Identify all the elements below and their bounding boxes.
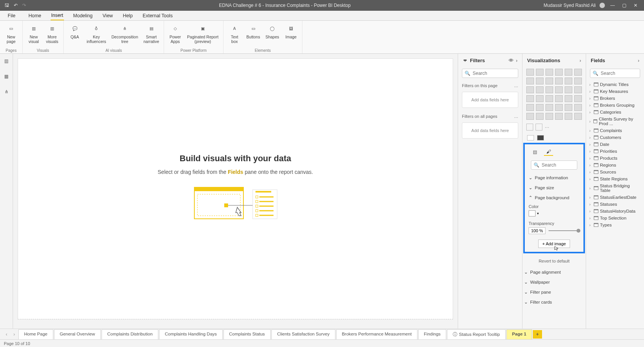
field-table-node[interactable]: ›Types	[586, 221, 644, 228]
decomposition-tree-button[interactable]: ⋔Decomposition tree	[110, 22, 140, 45]
filters-page-dropzone[interactable]: Add data fields here	[462, 92, 518, 108]
page-background-section[interactable]: ⌃Page background	[527, 193, 581, 203]
viz-type-icon[interactable]	[545, 113, 553, 120]
viz-type-icon[interactable]	[526, 104, 534, 111]
save-icon[interactable]: 🖫	[5, 3, 9, 8]
add-page-button[interactable]: +	[533, 330, 542, 339]
viz-type-icon[interactable]	[545, 95, 553, 102]
field-table-node[interactable]: ›Brokers Grouping	[586, 102, 644, 109]
smart-narrative-button[interactable]: ▤Smart narrative	[142, 22, 161, 45]
filter-pane-section[interactable]: ⌄Filter pane	[522, 287, 586, 297]
field-table-node[interactable]: ›Key Measures	[586, 88, 644, 95]
field-table-node[interactable]: ›Customers	[586, 134, 644, 141]
filters-search-input[interactable]	[473, 71, 530, 76]
report-view-icon[interactable]: ▥	[2, 57, 11, 65]
viz-type-icon[interactable]	[526, 86, 534, 93]
viz-type-icon[interactable]	[555, 78, 563, 84]
viz-type-icon[interactable]	[555, 86, 563, 93]
page-information-section[interactable]: ⌄Page information	[527, 173, 581, 183]
field-table-node[interactable]: ›Priorities	[586, 148, 644, 155]
format-search-input[interactable]	[542, 162, 586, 168]
page-tab[interactable]: Home Page	[18, 329, 53, 339]
chevron-right-icon[interactable]: ›	[638, 58, 639, 63]
viz-type-icon[interactable]	[545, 69, 553, 76]
field-table-node[interactable]: ›Products	[586, 155, 644, 162]
page-tab[interactable]: ⓘStatus Report Tooltip	[447, 329, 506, 339]
eye-icon[interactable]: 👁	[509, 58, 514, 63]
viz-type-icon[interactable]	[574, 86, 582, 93]
more-icon[interactable]: …	[514, 83, 518, 88]
maximize-button[interactable]: ▢	[620, 2, 628, 9]
viz-type-icon[interactable]	[526, 69, 534, 76]
color-picker[interactable]: ▾	[527, 210, 581, 220]
tabs-prev-icon[interactable]: ‹	[3, 332, 10, 337]
tab-file[interactable]: File	[4, 12, 19, 20]
viz-type-icon[interactable]	[565, 113, 572, 120]
fields-tab-icon[interactable]: ▤	[530, 148, 539, 156]
filters-search[interactable]: 🔍	[462, 69, 518, 78]
viz-type-icon[interactable]	[536, 78, 544, 84]
tab-insert[interactable]: Insert	[51, 11, 64, 20]
custom-visual-icon[interactable]	[526, 124, 533, 131]
page-tab[interactable]: Brokers Performance Measurement	[336, 329, 417, 339]
field-table-node[interactable]: ›StatusEarliestDate	[586, 194, 644, 201]
field-table-node[interactable]: ›Complaints	[586, 127, 644, 134]
fields-search[interactable]: 🔍	[590, 69, 640, 78]
viz-type-icon[interactable]	[565, 95, 572, 102]
undo-icon[interactable]: ↶	[14, 3, 18, 8]
new-visual-button[interactable]: ▥New visual	[26, 22, 42, 45]
tab-view[interactable]: View	[102, 12, 114, 20]
filter-cards-section[interactable]: ⌄Filter cards	[522, 297, 586, 307]
viz-type-icon[interactable]	[565, 78, 572, 84]
viz-type-icon[interactable]	[574, 113, 582, 120]
tab-help[interactable]: Help	[122, 12, 133, 20]
field-table-node[interactable]: ›Brokers	[586, 95, 644, 102]
viz-type-icon[interactable]	[574, 95, 582, 102]
tab-home[interactable]: Home	[28, 12, 42, 20]
viz-type-icon[interactable]	[574, 69, 582, 76]
page-tab[interactable]: General Overview	[54, 329, 101, 339]
model-view-icon[interactable]: ⋔	[2, 88, 11, 96]
tabs-next-icon[interactable]: ›	[11, 332, 18, 337]
field-table-node[interactable]: ›Clients Survey by Prod ...	[586, 116, 644, 127]
viz-type-icon[interactable]	[565, 69, 572, 76]
image-button[interactable]: 🖼Image	[283, 22, 299, 40]
custom-visual-icon[interactable]	[536, 124, 542, 131]
key-influencers-button[interactable]: ♁Key influencers	[85, 22, 108, 45]
field-table-node[interactable]: ›Dynamic Titles	[586, 81, 644, 88]
viz-type-icon[interactable]	[536, 95, 544, 102]
transparency-slider[interactable]	[549, 230, 580, 231]
data-view-icon[interactable]: ▦	[2, 72, 11, 81]
viz-type-icon[interactable]	[555, 113, 563, 120]
chevron-right-icon[interactable]: ›	[580, 58, 581, 63]
avatar[interactable]	[600, 3, 605, 8]
more-icon[interactable]: …	[514, 114, 518, 119]
field-table-node[interactable]: ›Top Selection	[586, 215, 644, 221]
more-visuals-button[interactable]: ▥More visuals	[44, 22, 60, 45]
power-apps-button[interactable]: ◇Power Apps	[167, 22, 183, 45]
viz-type-icon[interactable]	[574, 104, 582, 111]
text-box-button[interactable]: AText box	[227, 22, 243, 45]
field-table-node[interactable]: ›StatusHistoryData	[586, 208, 644, 215]
field-table-node[interactable]: ›Categories	[586, 109, 644, 116]
viz-type-icon[interactable]	[526, 95, 534, 102]
page-tab[interactable]: Clients Satisfaction Survey	[271, 329, 335, 339]
format-search[interactable]: 🔍	[531, 160, 577, 170]
viz-type-icon[interactable]	[555, 104, 563, 111]
values-tab-icon[interactable]	[527, 135, 534, 140]
shapes-button[interactable]: ◯Shapes	[264, 22, 281, 40]
field-table-node[interactable]: ›Status Bridging Table	[586, 182, 644, 194]
tab-external-tools[interactable]: External Tools	[142, 12, 173, 20]
viz-type-icon[interactable]	[536, 69, 544, 76]
page-tab[interactable]: Complaints Distribution	[102, 329, 158, 339]
wallpaper-section[interactable]: ⌄Wallpaper	[522, 277, 586, 287]
field-table-node[interactable]: ›Date	[586, 141, 644, 148]
page-alignment-section[interactable]: ⌄Page alignment	[522, 267, 586, 277]
paginated-report-button[interactable]: ▣Paginated Report (preview)	[186, 22, 220, 45]
viz-type-icon[interactable]	[565, 86, 572, 93]
page-tab[interactable]: Page 1	[506, 329, 532, 339]
page-tab[interactable]: Complaints Status	[223, 329, 271, 339]
viz-type-icon[interactable]	[545, 86, 553, 93]
viz-type-icon[interactable]	[574, 78, 582, 84]
viz-type-icon[interactable]	[526, 113, 534, 120]
